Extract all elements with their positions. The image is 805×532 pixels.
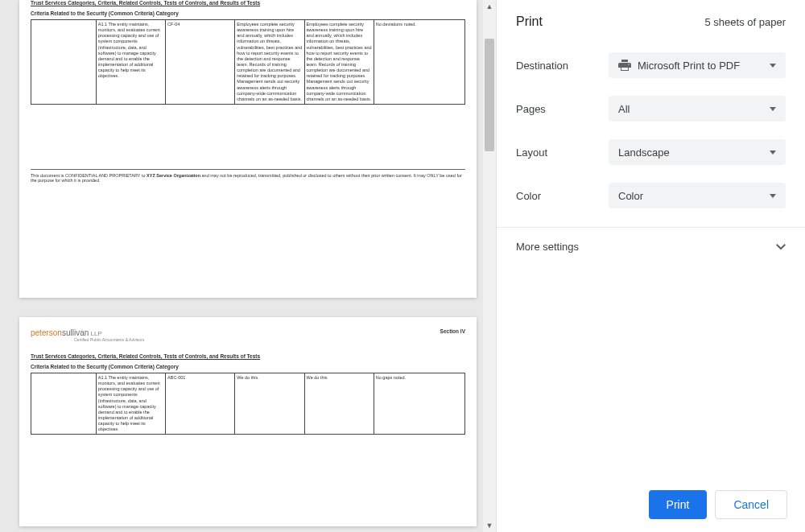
table-cell <box>31 373 97 435</box>
print-header: Print 5 sheets of paper <box>497 0 805 43</box>
section-label: Section IV <box>440 328 465 334</box>
scroll-down-button[interactable]: ▼ <box>483 519 496 532</box>
destination-value: Microsoft Print to PDF <box>638 60 740 72</box>
chevron-down-icon <box>770 151 776 155</box>
chevron-down-icon <box>776 244 786 250</box>
color-row: Color Color <box>516 174 786 217</box>
table-cell: Employees complete security awareness tr… <box>304 20 374 105</box>
print-settings-list: Destination Microsoft Print to PDF Pages… <box>497 43 805 217</box>
destination-row: Destination Microsoft Print to PDF <box>516 43 786 87</box>
color-dropdown[interactable]: Color <box>609 183 786 208</box>
table-cell: A1.1 The entity maintains, monitors, and… <box>96 373 165 435</box>
table-row: A1.1 The entity maintains, monitors, and… <box>31 20 465 105</box>
pages-value: All <box>618 103 630 115</box>
preview-scrollbar[interactable]: ▲ ▼ <box>483 0 496 532</box>
layout-label: Layout <box>516 146 609 159</box>
chevron-down-icon <box>770 194 776 198</box>
layout-row: Layout Landscape <box>516 130 786 174</box>
pages-label: Pages <box>516 103 609 115</box>
table-row: A1.1 The entity maintains, monitors, and… <box>31 373 465 435</box>
chevron-down-icon <box>770 64 776 68</box>
table-cell: ABC-001 <box>166 373 235 435</box>
cancel-button[interactable]: Cancel <box>715 490 787 519</box>
scroll-up-button[interactable]: ▲ <box>483 0 496 13</box>
print-settings-panel: Print 5 sheets of paper Destination Micr… <box>496 0 805 532</box>
destination-dropdown[interactable]: Microsoft Print to PDF <box>609 52 786 78</box>
table-cell: We do this <box>304 373 374 435</box>
sheets-count: 5 sheets of paper <box>705 16 786 28</box>
chevron-down-icon <box>770 107 776 111</box>
table-cell: CF-04 <box>166 20 235 105</box>
table-cell: A1.1 The entity maintains, monitors, and… <box>96 20 165 105</box>
preview-page-2: petersonsullivan LLP Certified Public Ac… <box>19 317 477 526</box>
print-button[interactable]: Print <box>649 490 708 519</box>
print-title: Print <box>516 14 543 29</box>
page-header-row: petersonsullivan LLP Certified Public Ac… <box>31 328 465 342</box>
company-logo: petersonsullivan LLP <box>31 328 144 337</box>
print-preview-pane: ▲ ▼ Trust Services Categories, Criteria,… <box>0 0 496 532</box>
more-settings-label: More settings <box>516 241 579 253</box>
page-heading: Trust Services Categories, Criteria, Rel… <box>31 353 465 359</box>
scroll-thumb[interactable] <box>485 39 494 151</box>
criteria-table: A1.1 The entity maintains, monitors, and… <box>31 19 465 105</box>
page-heading: Trust Services Categories, Criteria, Rel… <box>31 0 465 6</box>
table-cell: No deviations noted. <box>374 20 464 105</box>
more-settings-toggle[interactable]: More settings <box>497 227 805 266</box>
pages-row: Pages All <box>516 87 786 130</box>
destination-label: Destination <box>516 60 609 72</box>
color-value: Color <box>618 190 643 202</box>
layout-value: Landscape <box>618 146 670 159</box>
preview-page-1: Trust Services Categories, Criteria, Rel… <box>19 0 477 298</box>
company-logo-subtitle: Certified Public Accountants & Advisors <box>74 337 144 342</box>
table-cell <box>31 20 97 105</box>
criteria-table: A1.1 The entity maintains, monitors, and… <box>31 373 465 435</box>
page-subheading: Criteria Related to the Security (Common… <box>31 10 465 16</box>
print-panel-footer: Print Cancel <box>497 477 805 532</box>
page-subheading: Criteria Related to the Security (Common… <box>31 364 465 369</box>
pages-dropdown[interactable]: All <box>609 96 786 122</box>
table-cell: We do this. <box>235 373 304 435</box>
color-label: Color <box>516 190 609 202</box>
table-cell: No gaps noted. <box>374 373 464 435</box>
printer-icon <box>618 60 631 71</box>
layout-dropdown[interactable]: Landscape <box>609 139 786 165</box>
table-cell: Employees complete security awareness tr… <box>235 20 304 105</box>
page-footer: This document is CONFIDENTIAL AND PROPRI… <box>31 169 465 183</box>
